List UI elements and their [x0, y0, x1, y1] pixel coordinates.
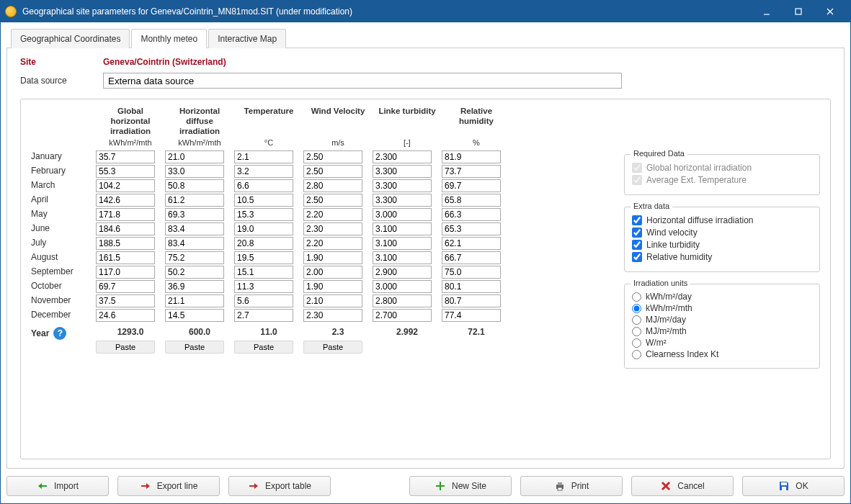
cell-wind-5[interactable]: [303, 222, 362, 235]
paste-temp-button[interactable]: Paste: [234, 341, 293, 354]
export-line-button[interactable]: Export line: [117, 476, 220, 496]
cell-linke-10[interactable]: [373, 294, 432, 307]
cell-temp-7[interactable]: [234, 251, 293, 264]
cell-dhi-11[interactable]: [165, 309, 224, 322]
cell-linke-2[interactable]: [373, 179, 432, 192]
cell-linke-1[interactable]: [373, 165, 432, 178]
cell-rh-7[interactable]: [442, 251, 501, 264]
extra-dhi-checkbox[interactable]: [632, 215, 642, 225]
cell-rh-4[interactable]: [442, 208, 501, 221]
extra-linke-checkbox[interactable]: [632, 240, 642, 250]
cell-wind-2[interactable]: [303, 179, 362, 192]
cell-wind-3[interactable]: [303, 194, 362, 207]
cell-wind-1[interactable]: [303, 165, 362, 178]
cell-dhi-0[interactable]: [165, 150, 224, 163]
cell-wind-6[interactable]: [303, 237, 362, 250]
irradiation-unit-radio-1[interactable]: [632, 304, 641, 313]
cell-wind-11[interactable]: [303, 309, 362, 322]
import-button[interactable]: Import: [6, 476, 109, 496]
irradiation-unit-radio-4[interactable]: [632, 338, 641, 348]
cell-dhi-3[interactable]: [165, 194, 224, 207]
cell-ghi-0[interactable]: [96, 150, 155, 163]
cell-rh-0[interactable]: [442, 150, 501, 163]
print-button[interactable]: Print: [520, 476, 623, 496]
close-button[interactable]: [814, 1, 846, 22]
cell-temp-11[interactable]: [234, 309, 293, 322]
cell-dhi-2[interactable]: [165, 179, 224, 192]
cell-temp-3[interactable]: [234, 194, 293, 207]
cell-rh-3[interactable]: [442, 194, 501, 207]
irradiation-unit-radio-2[interactable]: [632, 315, 641, 325]
cell-linke-6[interactable]: [373, 237, 432, 250]
cell-rh-1[interactable]: [442, 165, 501, 178]
minimize-button[interactable]: [751, 1, 783, 22]
cell-rh-9[interactable]: [442, 280, 501, 293]
cell-ghi-11[interactable]: [96, 309, 155, 322]
paste-dhi-button[interactable]: Paste: [165, 341, 224, 354]
cell-dhi-1[interactable]: [165, 165, 224, 178]
irradiation-unit-radio-3[interactable]: [632, 327, 641, 336]
paste-wind-button[interactable]: Paste: [303, 341, 362, 354]
cell-dhi-8[interactable]: [165, 266, 224, 279]
export-table-button[interactable]: Export table: [228, 476, 331, 496]
cell-ghi-3[interactable]: [96, 194, 155, 207]
cell-ghi-10[interactable]: [96, 294, 155, 307]
cell-temp-5[interactable]: [234, 222, 293, 235]
cell-rh-6[interactable]: [442, 237, 501, 250]
cell-rh-5[interactable]: [442, 222, 501, 235]
cell-dhi-10[interactable]: [165, 294, 224, 307]
cell-wind-9[interactable]: [303, 280, 362, 293]
tab-geographical-coordinates[interactable]: Geographical Coordinates: [11, 29, 130, 48]
cell-dhi-6[interactable]: [165, 237, 224, 250]
cell-wind-7[interactable]: [303, 251, 362, 264]
cell-temp-10[interactable]: [234, 294, 293, 307]
datasource-input[interactable]: [103, 73, 622, 89]
irradiation-unit-radio-0[interactable]: [632, 292, 641, 302]
cell-linke-5[interactable]: [373, 222, 432, 235]
cancel-button[interactable]: Cancel: [631, 476, 734, 496]
cell-rh-11[interactable]: [442, 309, 501, 322]
cell-linke-11[interactable]: [373, 309, 432, 322]
cell-wind-0[interactable]: [303, 150, 362, 163]
cell-wind-8[interactable]: [303, 266, 362, 279]
cell-dhi-7[interactable]: [165, 251, 224, 264]
extra-rh-checkbox[interactable]: [632, 252, 642, 262]
cell-ghi-6[interactable]: [96, 237, 155, 250]
cell-ghi-1[interactable]: [96, 165, 155, 178]
cell-temp-4[interactable]: [234, 208, 293, 221]
cell-dhi-5[interactable]: [165, 222, 224, 235]
cell-temp-2[interactable]: [234, 179, 293, 192]
cell-linke-3[interactable]: [373, 194, 432, 207]
tab-monthly-meteo[interactable]: Monthly meteo: [131, 29, 207, 48]
cell-rh-8[interactable]: [442, 266, 501, 279]
cell-ghi-4[interactable]: [96, 208, 155, 221]
tab-interactive-map[interactable]: Interactive Map: [208, 29, 286, 48]
cell-ghi-9[interactable]: [96, 280, 155, 293]
cell-temp-0[interactable]: [234, 150, 293, 163]
cell-ghi-8[interactable]: [96, 266, 155, 279]
cell-rh-10[interactable]: [442, 294, 501, 307]
cell-wind-10[interactable]: [303, 294, 362, 307]
maximize-button[interactable]: [783, 1, 814, 22]
cell-wind-4[interactable]: [303, 208, 362, 221]
cell-linke-9[interactable]: [373, 280, 432, 293]
cell-linke-4[interactable]: [373, 208, 432, 221]
cell-temp-1[interactable]: [234, 165, 293, 178]
cell-ghi-5[interactable]: [96, 222, 155, 235]
help-icon[interactable]: ?: [53, 327, 66, 340]
cell-linke-0[interactable]: [373, 150, 432, 163]
cell-dhi-9[interactable]: [165, 280, 224, 293]
irradiation-unit-radio-5[interactable]: [632, 350, 641, 359]
cell-ghi-2[interactable]: [96, 179, 155, 192]
extra-wind-checkbox[interactable]: [632, 228, 642, 238]
cell-linke-7[interactable]: [373, 251, 432, 264]
cell-temp-8[interactable]: [234, 266, 293, 279]
paste-ghi-button[interactable]: Paste: [96, 341, 155, 354]
cell-temp-6[interactable]: [234, 237, 293, 250]
cell-dhi-4[interactable]: [165, 208, 224, 221]
ok-button[interactable]: OK: [742, 476, 845, 496]
cell-temp-9[interactable]: [234, 280, 293, 293]
cell-linke-8[interactable]: [373, 266, 432, 279]
cell-rh-2[interactable]: [442, 179, 501, 192]
new-site-button[interactable]: New Site: [409, 476, 512, 496]
